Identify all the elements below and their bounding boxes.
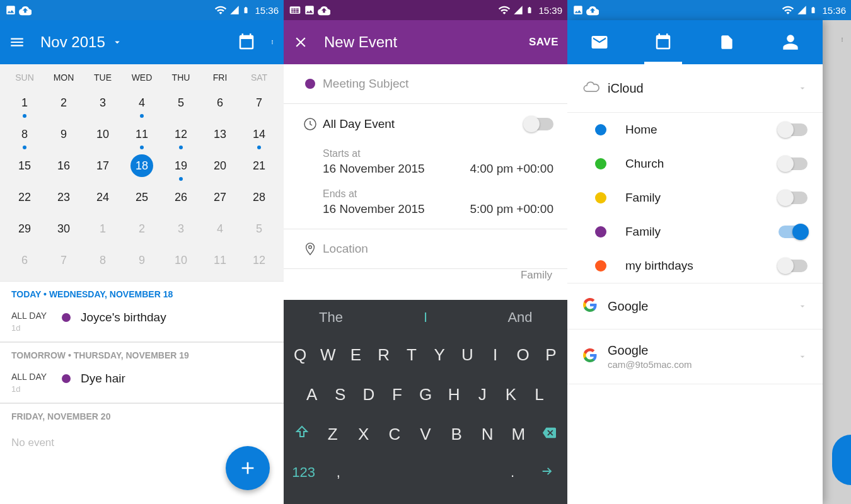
calendar-day[interactable]: 20: [200, 159, 240, 173]
starts-row[interactable]: Starts at 16 November 2015 4:00 pm +00:0…: [284, 144, 567, 185]
calendar-day[interactable]: 5: [240, 222, 279, 236]
kb-comma[interactable]: ,: [321, 458, 356, 488]
calendar-day[interactable]: 19: [161, 159, 200, 173]
calendar-day[interactable]: 4: [200, 222, 240, 236]
kb-enter[interactable]: [530, 458, 565, 488]
location-row[interactable]: Location: [284, 229, 567, 269]
kb-key[interactable]: F: [383, 379, 411, 411]
calendar-day[interactable]: 3: [83, 96, 122, 110]
close-icon[interactable]: [292, 34, 309, 50]
calendar-day[interactable]: 27: [200, 191, 240, 204]
calendar-day[interactable]: 28: [240, 191, 279, 204]
kb-key[interactable]: N: [472, 418, 503, 450]
subject-input[interactable]: Meeting Subject: [323, 77, 553, 91]
calendar-day[interactable]: 16: [44, 159, 83, 173]
kb-key[interactable]: B: [441, 418, 472, 450]
overflow-icon[interactable]: [840, 32, 845, 48]
calendar-list-item[interactable]: Church: [567, 147, 823, 181]
calendar-day[interactable]: 9: [44, 128, 83, 141]
kb-suggestion[interactable]: I: [378, 309, 473, 326]
kb-key[interactable]: E: [342, 339, 369, 371]
calendar-day[interactable]: 4: [122, 96, 161, 110]
calendar-day[interactable]: 7: [240, 96, 279, 110]
soft-keyboard[interactable]: The I And QWERTYUIOP ASDFGHJKL ZXCVBNM 1…: [284, 300, 567, 504]
kb-123[interactable]: 123: [286, 458, 321, 488]
kb-key[interactable]: O: [509, 339, 537, 371]
calendar-day[interactable]: 9: [122, 254, 161, 267]
kb-key[interactable]: J: [468, 379, 497, 411]
calendar-toggle[interactable]: [779, 192, 808, 204]
calendar-list-item[interactable]: Family: [567, 215, 823, 249]
kb-key[interactable]: C: [379, 418, 410, 450]
calendar-day[interactable]: 10: [83, 128, 122, 141]
calendar-day[interactable]: 15: [5, 159, 44, 173]
kb-key[interactable]: Z: [317, 418, 348, 450]
menu-icon[interactable]: [9, 34, 25, 50]
calendar-toggle[interactable]: [779, 123, 808, 136]
calendar-day[interactable]: 10: [161, 254, 200, 267]
subject-row[interactable]: Meeting Subject: [284, 64, 567, 104]
kb-key[interactable]: P: [537, 339, 565, 371]
calendar-day[interactable]: 24: [83, 191, 122, 204]
tab-mail[interactable]: [567, 20, 631, 64]
kb-space[interactable]: [356, 458, 495, 488]
kb-key[interactable]: T: [398, 339, 426, 371]
kb-key[interactable]: G: [411, 379, 439, 411]
tab-files[interactable]: [695, 20, 759, 64]
kb-key[interactable]: L: [525, 379, 553, 411]
location-input[interactable]: Location: [323, 242, 553, 256]
calendar-day[interactable]: 21: [240, 159, 279, 173]
calendar-list-item[interactable]: my birthdays: [567, 249, 823, 283]
calendar-day[interactable]: 22: [5, 191, 44, 204]
calendar-toggle[interactable]: [779, 260, 808, 272]
calendar-today-icon[interactable]: 18: [237, 33, 256, 52]
calendar-day[interactable]: 1: [83, 222, 122, 236]
tab-calendar[interactable]: 18: [631, 20, 695, 64]
calendar-day[interactable]: 7: [44, 254, 83, 267]
calendar-day[interactable]: 13: [200, 128, 240, 141]
calendar-day[interactable]: 5: [161, 96, 200, 110]
add-event-fab[interactable]: [226, 446, 270, 490]
kb-key[interactable]: A: [298, 379, 326, 411]
ends-row[interactable]: Ends at 16 November 2015 5:00 pm +00:00: [284, 185, 567, 229]
kb-key[interactable]: Q: [286, 339, 314, 371]
calendar-day[interactable]: 11: [122, 128, 161, 141]
account-icloud[interactable]: iCloud: [567, 64, 823, 113]
calendar-toggle[interactable]: [779, 226, 808, 238]
kb-key[interactable]: I: [481, 339, 509, 371]
calendar-list-item[interactable]: Family: [567, 181, 823, 215]
calendar-day[interactable]: 3: [161, 222, 200, 236]
calendar-day[interactable]: 2: [122, 222, 161, 236]
calendar-day[interactable]: 12: [161, 128, 200, 141]
allday-row[interactable]: All Day Event: [284, 104, 567, 144]
calendar-day[interactable]: 29: [5, 222, 44, 236]
kb-period[interactable]: .: [495, 458, 530, 488]
calendar-day[interactable]: 17: [83, 159, 122, 173]
kb-key[interactable]: D: [354, 379, 383, 411]
calendar-day[interactable]: 11: [200, 254, 240, 267]
kb-suggestion[interactable]: The: [284, 309, 378, 326]
kb-key[interactable]: H: [440, 379, 468, 411]
kb-key[interactable]: K: [497, 379, 525, 411]
calendar-day[interactable]: 25: [122, 191, 161, 204]
calendar-day[interactable]: 18: [122, 154, 161, 177]
calendar-toggle[interactable]: [779, 158, 808, 170]
kb-suggestion[interactable]: And: [473, 309, 567, 326]
month-picker[interactable]: Nov 2015: [25, 33, 123, 51]
calendar-day[interactable]: 12: [240, 254, 279, 267]
calendar-day[interactable]: 26: [161, 191, 200, 204]
agenda-item[interactable]: ALL DAY 1d Dye hair: [0, 365, 284, 403]
calendar-day[interactable]: 8: [83, 254, 122, 267]
calendar-day[interactable]: 2: [44, 96, 83, 110]
calendar-list-item[interactable]: Home: [567, 113, 823, 147]
calendar-day[interactable]: 30: [44, 222, 83, 236]
calendar-day[interactable]: 14: [240, 128, 279, 141]
calendar-day[interactable]: 6: [200, 96, 240, 110]
kb-backspace[interactable]: [534, 418, 565, 450]
kb-key[interactable]: Y: [426, 339, 453, 371]
kb-key[interactable]: W: [314, 339, 342, 371]
kb-key[interactable]: V: [410, 418, 441, 450]
kb-key[interactable]: U: [453, 339, 481, 371]
kb-shift[interactable]: [286, 418, 317, 450]
tab-people[interactable]: [759, 20, 823, 64]
